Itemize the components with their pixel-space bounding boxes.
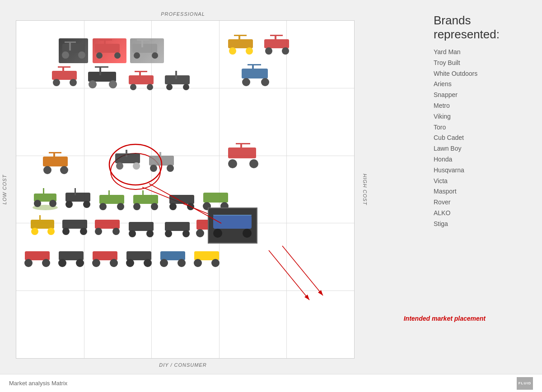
grid-line-horizontal: [16, 291, 354, 291]
mower-item: [90, 246, 122, 272]
svg-point-59: [116, 162, 123, 170]
svg-point-136: [213, 229, 222, 238]
footer-title: Market analysis Matrix: [9, 380, 67, 387]
svg-rect-24: [264, 39, 289, 48]
brand-item: Viking: [434, 111, 533, 122]
svg-point-67: [228, 159, 237, 168]
svg-point-40: [130, 84, 136, 90]
mower-item: [29, 214, 59, 239]
svg-point-96: [47, 228, 55, 235]
svg-point-6: [78, 51, 85, 59]
svg-rect-18: [137, 39, 150, 41]
svg-rect-116: [25, 251, 50, 260]
mower-item: [50, 65, 81, 90]
label-low-cost: LOW COST: [2, 174, 7, 204]
mower-item: [262, 34, 294, 59]
svg-point-54: [43, 166, 51, 174]
label-diy: DIY / CONSUMER: [159, 362, 206, 368]
svg-point-117: [24, 259, 33, 267]
mower-item: [63, 187, 95, 212]
svg-rect-43: [135, 71, 147, 72]
label-professional: PROFESSIONAL: [161, 11, 205, 17]
svg-point-63: [150, 165, 157, 172]
chart-wrapper: PROFESSIONAL DIY / CONSUMER LOW COST HIG…: [5, 11, 361, 368]
svg-rect-83: [108, 190, 110, 198]
svg-point-137: [243, 229, 252, 238]
svg-rect-52: [248, 64, 261, 65]
brand-item: Cub Cadet: [434, 133, 533, 143]
mower-item: [60, 214, 92, 239]
svg-point-16: [152, 52, 158, 59]
mower-item: [192, 246, 224, 272]
svg-rect-87: [142, 190, 144, 198]
mower-item: [226, 34, 257, 59]
svg-rect-13: [99, 39, 112, 41]
svg-rect-65: [159, 152, 161, 159]
svg-point-100: [80, 228, 87, 235]
svg-point-21: [246, 47, 253, 55]
brand-item: Yard Man: [434, 47, 533, 58]
mower-item: [163, 217, 194, 241]
main-area: PROFESSIONAL DIY / CONSUMER LOW COST HIG…: [0, 0, 542, 374]
brand-item: Troy Built: [434, 58, 533, 69]
svg-point-95: [31, 228, 38, 235]
svg-point-99: [62, 228, 70, 235]
mower-item: [23, 246, 54, 272]
svg-point-109: [182, 230, 190, 237]
svg-point-55: [60, 166, 68, 174]
mower-item: [147, 151, 178, 176]
mower-item: [130, 38, 164, 63]
svg-rect-19: [228, 39, 253, 48]
svg-point-124: [110, 259, 118, 267]
svg-rect-84: [133, 195, 158, 204]
mower-item: [239, 63, 273, 90]
svg-point-77: [65, 201, 73, 208]
svg-rect-47: [175, 71, 177, 79]
svg-point-60: [133, 162, 140, 170]
detail-image: [208, 208, 257, 244]
svg-point-11: [114, 52, 121, 59]
mower-item: [163, 70, 194, 95]
brand-item: White Outdoors: [434, 69, 533, 79]
svg-point-50: [261, 78, 269, 86]
svg-point-130: [178, 259, 186, 267]
svg-rect-58: [115, 153, 140, 163]
grid-line-vertical: [286, 21, 287, 358]
svg-point-30: [53, 79, 60, 86]
sidebar: Brands represented: Yard ManTroy BuiltWh…: [434, 14, 533, 230]
svg-point-118: [42, 259, 50, 267]
svg-rect-94: [31, 220, 54, 229]
svg-rect-80: [99, 195, 124, 204]
mower-item: [131, 189, 163, 214]
mower-item: [126, 70, 158, 95]
svg-rect-107: [165, 222, 190, 231]
svg-point-111: [196, 229, 204, 237]
svg-point-64: [167, 165, 174, 172]
svg-rect-125: [126, 251, 151, 260]
brand-item: Honda: [434, 154, 533, 165]
mower-item: [41, 151, 72, 178]
svg-point-90: [187, 203, 194, 210]
svg-rect-91: [203, 193, 228, 203]
svg-rect-57: [49, 152, 61, 153]
mower-item: [124, 246, 156, 272]
mower-item: [93, 38, 126, 63]
svg-rect-53: [43, 157, 68, 166]
svg-rect-23: [234, 35, 247, 36]
mower-item: [126, 217, 158, 241]
svg-rect-135: [213, 215, 252, 229]
svg-point-25: [265, 47, 272, 55]
mower-item: [113, 149, 145, 174]
svg-rect-33: [58, 66, 70, 68]
brand-item: Toro: [434, 122, 533, 133]
svg-rect-62: [149, 156, 174, 166]
brand-item: Metro: [434, 101, 533, 111]
svg-point-49: [242, 78, 250, 86]
intended-label: Intended market placement: [404, 315, 486, 322]
svg-point-46: [183, 84, 189, 90]
svg-rect-8: [65, 42, 76, 43]
svg-rect-119: [59, 251, 84, 260]
svg-point-108: [165, 230, 172, 237]
svg-point-5: [62, 51, 69, 59]
brand-item: Stiga: [434, 219, 533, 230]
